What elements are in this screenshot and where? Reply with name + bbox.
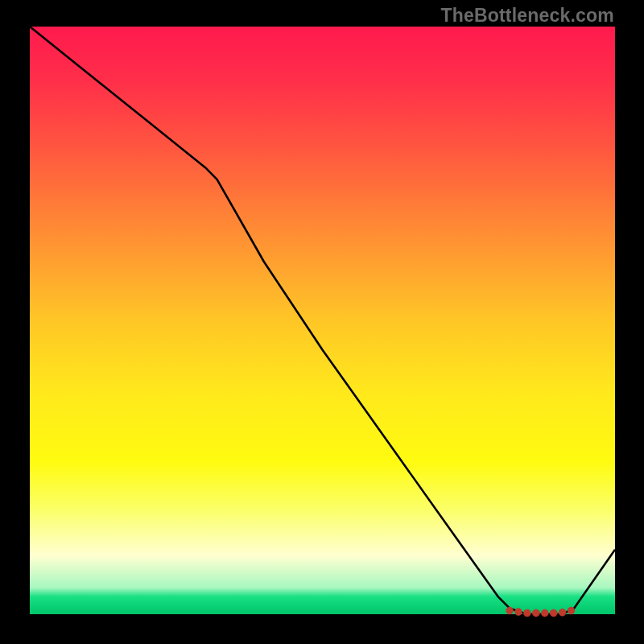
optimum-marker [506,607,514,614]
optimum-marker [541,609,548,617]
optimum-marker [523,609,530,617]
chart-overlay [30,27,615,614]
optimum-marker [550,609,557,617]
watermark-text: TheBottleneck.com [440,5,614,27]
optimum-marker [515,609,522,616]
optimum-marker [559,609,566,616]
optimum-marker [568,607,575,614]
optimum-marker [532,609,539,617]
bottleneck-curve [30,27,615,614]
chart-frame: TheBottleneck.com [0,0,644,644]
